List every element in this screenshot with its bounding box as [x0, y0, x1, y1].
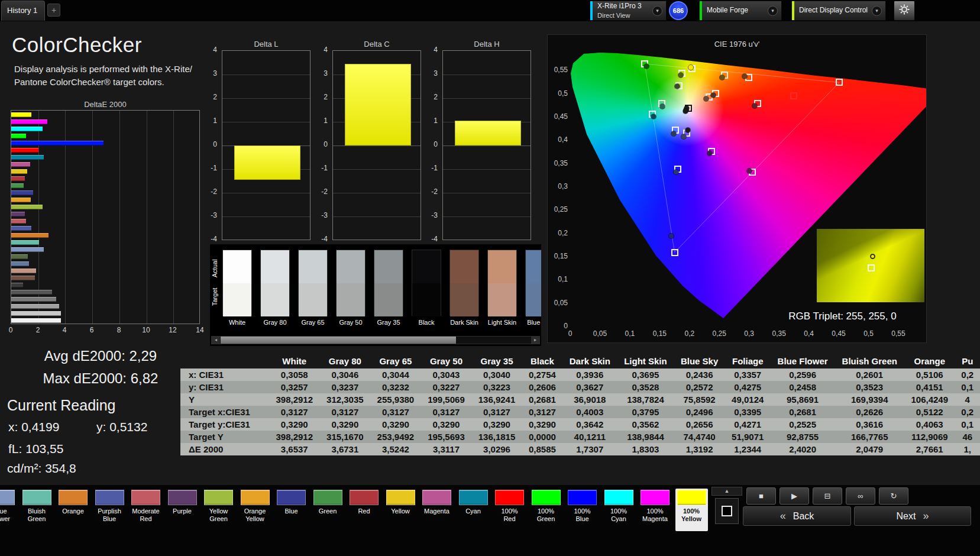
table-cell: 398,2912: [269, 393, 320, 406]
patch-label-line2: Red: [130, 515, 162, 523]
delta-l-y-tick-label: 4: [213, 46, 217, 54]
settings-button[interactable]: [894, 1, 915, 21]
patch-swatch: [604, 490, 633, 505]
patch-button-cyan[interactable]: Cyan: [457, 489, 490, 531]
swatch-target: [374, 283, 403, 316]
scroll-left-icon[interactable]: ◂: [212, 337, 220, 344]
add-tab-button[interactable]: +: [47, 4, 60, 17]
continuous-read-button[interactable]: ∞: [846, 487, 875, 505]
patch-button-purple[interactable]: Purple: [166, 489, 199, 531]
patch-window-toggle-button[interactable]: [715, 498, 739, 524]
patch-swatch: [641, 490, 669, 505]
table-cell: 51,9071: [725, 431, 771, 443]
inset-target-square: [868, 264, 875, 271]
table-cell: 4: [955, 393, 980, 406]
table-cell: 0,1: [955, 381, 980, 393]
next-button[interactable]: Next »: [854, 506, 971, 526]
patch-button-100-red[interactable]: 100%Red: [493, 489, 526, 531]
table-cell: 0,3562: [617, 418, 674, 431]
patch-button-purplish-blue[interactable]: PurplishBlue: [93, 489, 126, 531]
table-cell: 1,7307: [562, 443, 617, 455]
patch-list-expand-button[interactable]: ▲: [711, 487, 742, 496]
cie-x-tick-label: 0,15: [653, 329, 667, 338]
deltae-x-tick-label: 0: [9, 326, 13, 334]
chevron-down-icon[interactable]: ▾: [652, 6, 662, 16]
scrollbar-thumb[interactable]: [221, 337, 456, 344]
patch-button-moderate-red[interactable]: ModerateRed: [130, 489, 162, 531]
delta-c-gridline: [333, 193, 421, 193]
deltae-bar: [11, 141, 104, 146]
top-bar: History 1 + X-Rite i1Pro 3Direct View ▾ …: [0, 0, 980, 21]
play-button[interactable]: ▶: [780, 487, 809, 505]
history-tab[interactable]: History 1: [1, 1, 45, 21]
table-cell: 3,3117: [421, 443, 472, 455]
display-control-dropdown[interactable]: Direct Display Control ▾: [791, 1, 886, 21]
patch-button-magenta[interactable]: Magenta: [421, 489, 453, 531]
patch-label-line2: Blue: [93, 515, 126, 523]
column-header: Light Skin: [617, 354, 674, 368]
table-cell: 0,4151: [904, 381, 955, 393]
cie-measured-marker: [660, 104, 665, 109]
delta-l-gridline: [222, 98, 310, 99]
reading-y: y: 0,5132: [96, 420, 147, 434]
delta-l-y-tick-label: -2: [211, 188, 217, 196]
app-root: History 1 + X-Rite i1Pro 3Direct View ▾ …: [0, 0, 980, 556]
deltae-bar: [11, 269, 36, 273]
table-cell: 1,2344: [725, 443, 771, 455]
chevron-down-icon[interactable]: ▾: [768, 6, 778, 16]
swatch-actual: [526, 250, 541, 283]
pattern-button[interactable]: ⊟: [813, 487, 842, 505]
patch-button-100-yellow[interactable]: 100%Yellow: [675, 489, 708, 531]
patch-button-yellow[interactable]: Yellow: [384, 489, 417, 531]
cie-measured-marker: [669, 234, 674, 238]
patch-button-100-magenta[interactable]: 100%Magenta: [639, 489, 671, 531]
patch-button-orange-yellow[interactable]: OrangeYellow: [239, 489, 271, 531]
table-cell: 0,5122: [904, 406, 955, 418]
table-cell: 0,2496: [674, 406, 725, 418]
patch-button-yellow-green[interactable]: YellowGreen: [202, 489, 235, 531]
swatch-item: [374, 250, 403, 316]
patch-swatch: [277, 490, 306, 505]
table-cell: 0,2656: [674, 418, 725, 431]
cie-measured-marker: [747, 169, 752, 173]
patch-button-blue-flower[interactable]: BlueFlower: [0, 489, 17, 531]
table-cell: 1,: [955, 443, 980, 455]
inset-measured-dot: [870, 254, 875, 259]
table-cell: 0,3223: [471, 381, 522, 393]
patch-label-line2: Yellow: [675, 515, 708, 523]
table-cell: 0,3290: [522, 418, 562, 431]
swatch-scrollbar[interactable]: ◂ ▸: [211, 336, 540, 344]
cie-measured-marker: [707, 151, 712, 156]
patch-button-bluish-green[interactable]: BluishGreen: [21, 489, 53, 531]
scroll-right-icon[interactable]: ▸: [531, 337, 539, 344]
patch-button-blue[interactable]: Blue: [275, 489, 308, 531]
deltae-gridline: [173, 111, 174, 324]
table-cell: 0,2681: [522, 393, 562, 406]
patch-label-line1: Orange: [57, 507, 89, 515]
source-dropdown[interactable]: Mobile Forge ▾: [699, 1, 782, 21]
patch-swatch: [422, 490, 451, 505]
deltae-xaxis: 02468101214: [11, 326, 212, 335]
patch-swatch: [131, 490, 160, 505]
patch-button-100-cyan[interactable]: 100%Cyan: [603, 489, 635, 531]
swatch-actual: [412, 250, 441, 283]
chevron-down-icon[interactable]: ▾: [872, 6, 882, 16]
patch-button-100-blue[interactable]: 100%Blue: [566, 489, 599, 531]
patch-button-green[interactable]: Green: [312, 489, 344, 531]
patch-button-orange[interactable]: Orange: [57, 489, 89, 531]
delta-h-y-tick-label: 0: [434, 140, 438, 148]
patch-button-100-green[interactable]: 100%Green: [530, 489, 562, 531]
back-button[interactable]: « Back: [743, 506, 851, 526]
cie-measured-marker: [651, 114, 656, 119]
stop-button[interactable]: ■: [746, 487, 776, 505]
table-cell: 3,0296: [471, 443, 522, 455]
meter-dropdown[interactable]: X-Rite i1Pro 3Direct View ▾: [590, 1, 667, 21]
refresh-button[interactable]: ↻: [879, 487, 908, 505]
table-cell: 0,3616: [835, 418, 904, 431]
table-cell: 49,0124: [725, 393, 771, 406]
delta-h-bar: [455, 121, 521, 146]
patch-button-red[interactable]: Red: [348, 489, 380, 531]
patch-label-line1: 100%: [566, 507, 599, 515]
table-cell: 195,5693: [421, 431, 472, 443]
cie-measured-marker: [683, 109, 688, 114]
